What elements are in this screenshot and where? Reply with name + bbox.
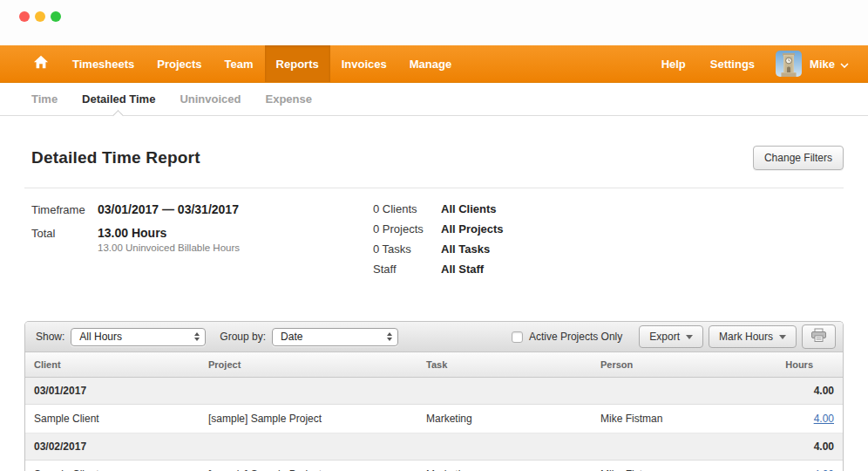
export-button[interactable]: Export xyxy=(639,325,703,348)
entry-hours-link[interactable]: 4.00 xyxy=(814,413,834,425)
table-header-row: Client Project Task Person Hours xyxy=(25,352,843,378)
export-label: Export xyxy=(649,331,680,343)
clients-count: 0 Clients xyxy=(373,202,441,215)
detailed-time-table: Client Project Task Person Hours 03/01/2… xyxy=(25,352,843,471)
select-stepper-icon xyxy=(387,332,392,341)
report-summary: Timeframe 03/01/2017 — 03/31/2017 Total … xyxy=(24,188,844,321)
title-row: Detailed Time Report Change Filters xyxy=(24,116,844,188)
user-menu[interactable]: Mike xyxy=(810,58,852,71)
group-date: 03/01/2017 xyxy=(25,378,749,405)
entry-person: Mike Fistman xyxy=(592,405,749,433)
subnav-tab-time[interactable]: Time xyxy=(19,83,70,115)
tasks-count: 0 Tasks xyxy=(373,242,441,256)
filter-row-clients: 0 Clients All Clients xyxy=(373,202,504,215)
chevron-down-icon xyxy=(840,58,849,71)
nav-item-team[interactable]: Team xyxy=(214,45,265,82)
group-hours-total: 4.00 xyxy=(749,378,843,405)
timeframe-value: 03/01/2017 — 03/31/2017 xyxy=(98,202,239,216)
entry-task: Marketing xyxy=(417,405,592,433)
nav-item-manage[interactable]: Manage xyxy=(398,45,463,82)
mark-hours-button[interactable]: Mark Hours xyxy=(709,325,797,348)
clients-value: All Clients xyxy=(441,202,497,215)
nav-item-projects[interactable]: Projects xyxy=(146,45,213,82)
home-icon xyxy=(33,54,49,73)
staff-value: All Staff xyxy=(441,263,484,276)
user-name: Mike xyxy=(810,58,835,71)
projects-count: 0 Projects xyxy=(373,222,441,236)
projects-value: All Projects xyxy=(441,222,504,236)
mark-hours-label: Mark Hours xyxy=(719,331,773,343)
print-button[interactable] xyxy=(802,324,836,349)
group-by-select[interactable]: Date xyxy=(272,328,398,346)
table-group-row: 03/02/20174.00 xyxy=(25,433,843,461)
entry-project: [sample] Sample Project xyxy=(200,461,417,471)
subnav-tab-expense[interactable]: Expense xyxy=(253,83,323,115)
select-stepper-icon xyxy=(194,332,200,341)
column-header-client[interactable]: Client xyxy=(25,352,200,378)
report-table-container: Show: All Hours Group by: Date Active Pr… xyxy=(24,321,844,471)
change-filters-button[interactable]: Change Filters xyxy=(753,146,844,170)
group-hours-total: 4.00 xyxy=(749,433,843,461)
filter-row-tasks: 0 Tasks All Tasks xyxy=(373,242,504,256)
settings-link[interactable]: Settings xyxy=(698,58,767,71)
staff-label: Staff xyxy=(373,263,441,276)
column-header-task[interactable]: Task xyxy=(417,352,592,378)
active-projects-label[interactable]: Active Projects Only xyxy=(529,331,622,343)
zoom-window-button[interactable] xyxy=(51,11,61,22)
entry-project: [sample] Sample Project xyxy=(200,405,417,433)
table-toolbar: Show: All Hours Group by: Date Active Pr… xyxy=(25,322,843,352)
table-entry-row: Sample Client[sample] Sample ProjectMark… xyxy=(25,405,843,433)
nav-item-invoices[interactable]: Invoices xyxy=(330,45,398,82)
table-entry-row: Sample Client[sample] Sample ProjectMark… xyxy=(25,461,843,471)
group-by-select-value: Date xyxy=(281,331,302,343)
total-label: Total xyxy=(31,226,98,253)
filter-row-staff: Staff All Staff xyxy=(373,263,504,276)
nav-item-timesheets[interactable]: Timesheets xyxy=(61,45,146,82)
timeframe-label: Timeframe xyxy=(31,202,98,216)
table-body: 03/01/20174.00Sample Client[sample] Samp… xyxy=(25,378,843,471)
group-by-label: Group by: xyxy=(220,331,266,343)
tasks-value: All Tasks xyxy=(441,242,490,256)
nav-right-group: Help Settings Mike xyxy=(649,45,868,82)
filter-summary: 0 Clients All Clients 0 Projects All Pro… xyxy=(373,202,504,283)
window-titlebar xyxy=(0,0,868,45)
group-date: 03/02/2017 xyxy=(25,433,749,461)
entry-person: Mike Fistman xyxy=(592,461,749,471)
caret-down-icon xyxy=(686,335,693,339)
show-label: Show: xyxy=(36,331,64,343)
entry-task: Marketing xyxy=(417,461,592,471)
show-select[interactable]: All Hours xyxy=(71,328,206,346)
column-header-hours[interactable]: Hours xyxy=(749,352,843,378)
entry-hours-cell: 4.00 xyxy=(749,405,843,433)
report-sub-nav: Time Detailed Time Uninvoiced Expense xyxy=(0,83,868,116)
total-value: 13.00 Hours 13.00 Uninvoiced Billable Ho… xyxy=(98,226,240,253)
table-group-row: 03/01/20174.00 xyxy=(25,378,843,405)
minimize-window-button[interactable] xyxy=(35,11,45,22)
column-header-project[interactable]: Project xyxy=(200,352,417,378)
printer-icon xyxy=(810,328,827,345)
page-title: Detailed Time Report xyxy=(31,148,200,167)
avatar[interactable] xyxy=(776,51,802,77)
total-subtext: 13.00 Uninvoiced Billable Hours xyxy=(98,242,240,253)
total-hours: 13.00 Hours xyxy=(98,226,166,240)
nav-item-reports[interactable]: Reports xyxy=(265,45,330,82)
entry-client: Sample Client xyxy=(25,405,200,433)
show-select-value: All Hours xyxy=(79,331,122,343)
subnav-tab-detailed-time[interactable]: Detailed Time xyxy=(70,83,167,115)
close-window-button[interactable] xyxy=(19,11,30,22)
entry-client: Sample Client xyxy=(25,461,200,471)
entry-hours-cell: 4.00 xyxy=(749,461,843,471)
caret-down-icon xyxy=(779,335,786,339)
column-header-person[interactable]: Person xyxy=(592,352,749,378)
subnav-tab-uninvoiced[interactable]: Uninvoiced xyxy=(167,83,253,115)
help-link[interactable]: Help xyxy=(649,58,698,71)
filter-row-projects: 0 Projects All Projects xyxy=(373,222,504,236)
home-button[interactable] xyxy=(21,45,61,82)
active-projects-checkbox[interactable] xyxy=(512,331,523,343)
main-nav: Timesheets Projects Team Reports Invoice… xyxy=(0,45,868,83)
